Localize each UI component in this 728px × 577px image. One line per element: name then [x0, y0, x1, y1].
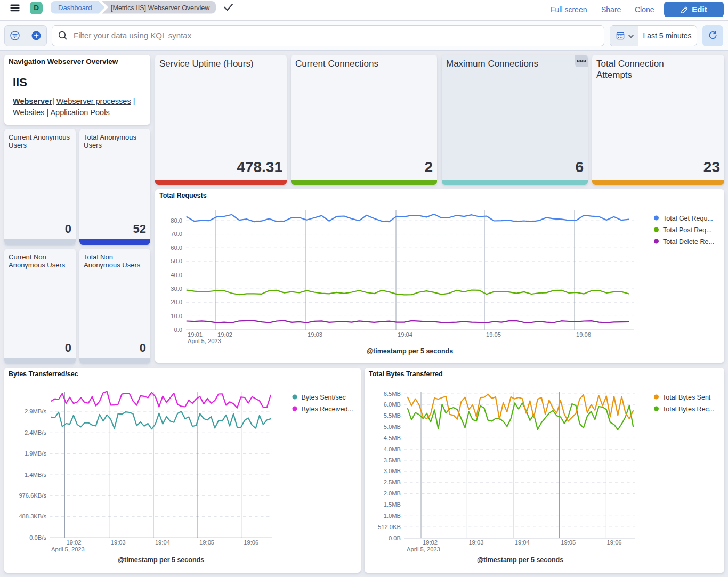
svg-text:[Metrics IIS] Webserver Overvi: [Metrics IIS] Webserver Overview — [111, 4, 210, 12]
svg-text:Dashboard: Dashboard — [58, 4, 92, 12]
